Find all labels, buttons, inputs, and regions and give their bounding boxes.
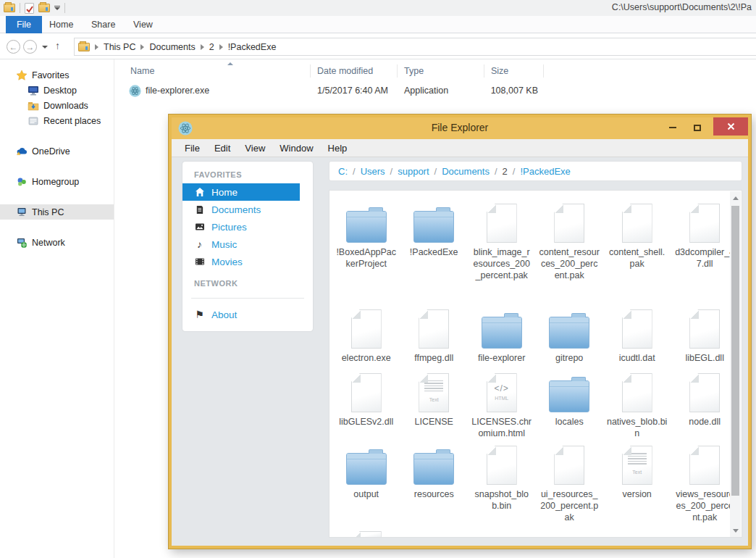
customize-toolbar-icon[interactable] xyxy=(54,6,60,11)
file-grid-item[interactable]: resources xyxy=(400,443,467,528)
breadcrumb-chevron-icon[interactable] xyxy=(95,44,98,50)
breadcrumb-chevron-icon[interactable] xyxy=(219,44,223,50)
file-grid-item-partial[interactable] xyxy=(332,528,400,538)
file-grid-item[interactable]: blink_image_resources_200_percent.pak xyxy=(468,201,535,307)
scrollbar-thumb[interactable] xyxy=(731,206,739,496)
file-grid-item[interactable]: content_shell.pak xyxy=(603,201,671,307)
crumb-documents[interactable]: Documents xyxy=(442,166,490,177)
minimize-button[interactable] xyxy=(664,121,681,134)
star-icon xyxy=(16,70,28,81)
file-grid-item[interactable]: Text LICENSE xyxy=(400,370,467,443)
tab-share[interactable]: Share xyxy=(91,16,115,33)
nav-onedrive[interactable]: OneDrive xyxy=(0,143,114,159)
column-separator[interactable] xyxy=(397,64,398,78)
crumb-users[interactable]: Users xyxy=(361,166,385,177)
sidebar-item-documents[interactable]: Documents xyxy=(182,201,313,218)
column-name[interactable]: Name xyxy=(130,66,154,76)
file-row[interactable]: file-explorer.exe 1/5/2017 6:40 AM Appli… xyxy=(114,84,756,100)
recent-locations-dropdown[interactable] xyxy=(42,46,48,49)
app-titlebar[interactable]: File Explorer xyxy=(172,117,748,139)
icon-wrap xyxy=(482,307,522,349)
forward-button[interactable]: → xyxy=(23,40,37,54)
sidebar-item-music[interactable]: ♪ Music xyxy=(182,236,313,253)
column-separator[interactable] xyxy=(310,64,311,78)
crumb-documents[interactable]: Documents xyxy=(149,42,195,52)
file-grid-item[interactable]: locales xyxy=(535,370,602,443)
tab-file[interactable]: File xyxy=(6,16,42,33)
scroll-down-button[interactable] xyxy=(730,525,741,536)
sidebar-item-about[interactable]: ⚑ About xyxy=(182,306,313,323)
column-separator[interactable] xyxy=(484,64,484,78)
menu-view[interactable]: View xyxy=(245,143,265,154)
file-grid-item[interactable]: content_resources_200_percent.pak xyxy=(535,201,602,307)
sidebar-item-pictures[interactable]: Pictures xyxy=(182,218,313,236)
tab-home[interactable]: Home xyxy=(49,16,73,33)
recent-places-icon xyxy=(28,115,39,127)
column-separator[interactable] xyxy=(543,64,544,78)
nav-this-pc[interactable]: This PC xyxy=(0,204,114,220)
file-grid-item[interactable]: libGLESv2.dll xyxy=(332,370,400,443)
column-size[interactable]: Size xyxy=(491,66,508,76)
address-bar[interactable]: This PC Documents 2 !PackedExe xyxy=(74,38,756,56)
file-grid-item[interactable]: !PackedExe xyxy=(400,201,467,307)
file-grid-item[interactable]: </> HTML LICENSES.chromium.html xyxy=(468,370,535,443)
sidebar-item-home[interactable]: Home xyxy=(182,183,300,201)
crumb-packedexe[interactable]: !PackedExe xyxy=(520,166,570,177)
nav-homegroup[interactable]: Homegroup xyxy=(0,174,114,189)
crumb-2[interactable]: 2 xyxy=(209,42,214,52)
crumb-2[interactable]: 2 xyxy=(503,166,508,177)
column-date-modified[interactable]: Date modified xyxy=(317,66,373,76)
file-grid-item[interactable]: libEGL.dll xyxy=(671,307,738,370)
up-button[interactable]: ↑ xyxy=(55,40,60,51)
menu-file[interactable]: File xyxy=(185,143,200,154)
crumb-support[interactable]: support xyxy=(398,166,429,177)
file-name: icudtl.dat xyxy=(607,352,668,364)
nav-desktop[interactable]: Desktop xyxy=(0,83,114,98)
menu-window[interactable]: Window xyxy=(280,143,313,154)
breadcrumb-chevron-icon[interactable] xyxy=(201,44,204,50)
new-folder-icon[interactable] xyxy=(38,4,50,12)
file-grid-item[interactable]: !BoxedAppPackerProject xyxy=(332,201,400,307)
file-name: d3dcompiler_47.dll xyxy=(674,246,735,270)
icon-wrap xyxy=(554,443,584,485)
electron-app-icon xyxy=(129,85,141,97)
file-grid-item[interactable]: views_resources_200_percent.pak xyxy=(671,443,738,528)
explorer-app-icon[interactable] xyxy=(4,4,15,12)
breadcrumb-chevron-icon[interactable] xyxy=(140,44,144,50)
file-grid-item[interactable]: output xyxy=(332,443,400,528)
crumb-packedexe[interactable]: !PackedExe xyxy=(228,42,277,52)
menu-help[interactable]: Help xyxy=(328,143,348,154)
sidebar-item-movies[interactable]: Movies xyxy=(182,253,313,270)
file-grid-item[interactable]: electron.exe xyxy=(332,307,400,370)
file-grid-item[interactable]: Text version xyxy=(603,443,671,528)
nav-recent-places[interactable]: Recent places xyxy=(0,113,114,128)
icon-wrap xyxy=(549,307,589,349)
grid-scrollbar[interactable] xyxy=(730,191,741,538)
file-grid-item[interactable]: node.dll xyxy=(671,370,738,443)
scroll-up-button[interactable] xyxy=(730,193,741,204)
file-grid-item[interactable]: file-explorer xyxy=(468,307,535,370)
menu-edit[interactable]: Edit xyxy=(214,143,230,154)
file-grid-item[interactable]: ffmpeg.dll xyxy=(400,307,467,370)
file-grid-item[interactable]: natives_blob.bin xyxy=(603,370,671,443)
file-grid-item[interactable]: icudtl.dat xyxy=(603,307,671,370)
file-grid-item[interactable]: snapshot_blob.bin xyxy=(468,443,535,528)
minimize-glyph xyxy=(669,127,676,128)
nav-downloads[interactable]: Downloads xyxy=(0,98,114,113)
folder-icon xyxy=(413,453,454,485)
tab-view[interactable]: View xyxy=(133,16,153,33)
close-button[interactable] xyxy=(713,117,748,136)
file-grid-item[interactable]: ui_resources_200_percent.pak xyxy=(535,443,602,528)
crumb-c-drive[interactable]: C: xyxy=(338,166,348,177)
crumb-this-pc[interactable]: This PC xyxy=(104,42,135,52)
explorer-window-title: C:\Users\support\Documents\2\!Pa xyxy=(612,2,752,12)
column-type[interactable]: Type xyxy=(404,66,424,76)
maximize-button[interactable] xyxy=(689,121,706,134)
properties-icon[interactable] xyxy=(25,3,34,14)
downloads-icon xyxy=(28,100,39,112)
nav-favorites[interactable]: Favorites xyxy=(0,67,114,83)
back-button[interactable]: ← xyxy=(7,40,20,54)
file-grid-item[interactable]: gitrepo xyxy=(535,307,602,370)
file-grid-item[interactable]: d3dcompiler_47.dll xyxy=(671,201,738,307)
nav-network[interactable]: Network xyxy=(0,235,114,250)
